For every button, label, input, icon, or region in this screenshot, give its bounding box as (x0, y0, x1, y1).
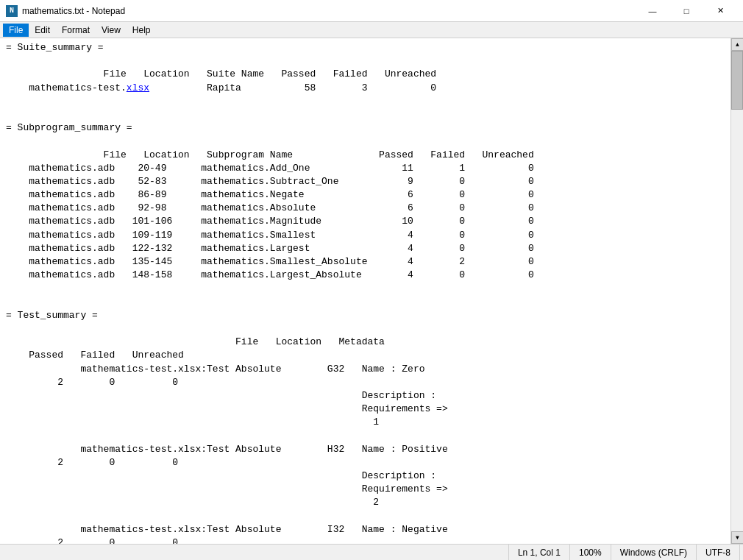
status-bar: Ln 1, Col 1 100% Windows (CRLF) UTF-8 (0, 544, 743, 560)
maximize-button[interactable]: □ (669, 0, 703, 22)
menu-view[interactable]: View (96, 24, 127, 37)
minimize-button[interactable]: — (636, 0, 669, 22)
scrollbar: ▲ ▼ (730, 38, 743, 544)
encoding: UTF-8 (696, 545, 740, 560)
menu-help[interactable]: Help (127, 24, 157, 37)
title-bar-left: N mathematics.txt - Notepad (6, 5, 125, 17)
window-controls: — □ ✕ (636, 0, 737, 22)
scroll-track[interactable] (731, 51, 743, 531)
line-ending: Windows (CRLF) (611, 545, 696, 560)
text-content[interactable]: = Suite_summary = File Location Suite Na… (0, 38, 730, 544)
menu-edit[interactable]: Edit (29, 24, 56, 37)
menu-format[interactable]: Format (56, 24, 96, 37)
cursor-position: Ln 1, Col 1 (508, 545, 569, 560)
app-icon: N (6, 5, 18, 17)
scroll-thumb[interactable] (731, 51, 743, 110)
scroll-down-button[interactable]: ▼ (731, 531, 743, 544)
app-icon-letter: N (10, 7, 14, 15)
scroll-up-button[interactable]: ▲ (731, 38, 743, 51)
menu-bar: File Edit Format View Help (0, 22, 743, 38)
content-wrapper: = Suite_summary = File Location Suite Na… (0, 38, 743, 544)
close-button[interactable]: ✕ (703, 0, 737, 22)
menu-file[interactable]: File (3, 24, 29, 37)
window-title: mathematics.txt - Notepad (22, 6, 125, 16)
zoom-level: 100% (569, 545, 611, 560)
title-bar: N mathematics.txt - Notepad — □ ✕ (0, 0, 743, 22)
